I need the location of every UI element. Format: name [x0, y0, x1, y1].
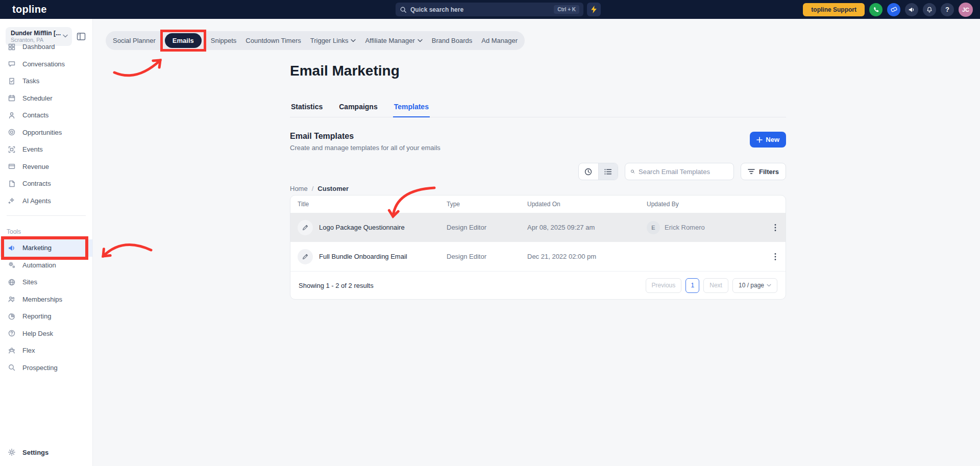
announcements-button[interactable]	[905, 3, 918, 16]
updated-by-name: Erick Romero	[665, 224, 705, 231]
nav-item-snippets[interactable]: Snippets	[211, 37, 237, 44]
pencil-icon	[298, 220, 313, 235]
templates-header-row: Email Templates Create and manage templa…	[290, 132, 786, 152]
quick-search[interactable]: Ctrl + K	[396, 3, 583, 16]
page-size-label: 10 / page	[739, 282, 764, 289]
breadcrumb-home[interactable]: Home	[290, 185, 308, 192]
nav-item-emails[interactable]: Emails	[165, 33, 202, 48]
sidebar-item-flex[interactable]: Flex	[0, 342, 92, 359]
tools-list: Marketing Automation Sites Memberships R…	[0, 239, 92, 376]
sidebar-item-tasks[interactable]: Tasks	[0, 72, 92, 90]
task-doc-icon	[8, 77, 16, 85]
sidebar-item-label: Contacts	[22, 111, 48, 119]
chevron-down-icon	[767, 284, 771, 287]
template-title[interactable]: Full Bundle Onboarding Email	[319, 253, 407, 260]
clock-icon	[584, 167, 593, 176]
question-circle-icon	[8, 329, 16, 337]
document-icon	[8, 180, 16, 188]
recent-view-button[interactable]	[579, 163, 598, 180]
template-title[interactable]: Logo Package Questionnaire	[319, 224, 405, 231]
frame-icon	[8, 145, 16, 154]
sidebar-item-revenue[interactable]: Revenue	[0, 158, 92, 176]
sidebar-item-contacts[interactable]: Contacts	[0, 107, 92, 124]
table-footer: Showing 1 - 2 of 2 results Previous 1 Ne…	[290, 271, 786, 299]
row-actions-kebab-icon[interactable]	[772, 251, 778, 263]
sidebar-divider	[7, 215, 86, 216]
person-icon	[8, 111, 16, 119]
avatar: E	[647, 221, 660, 234]
sidebar-item-label: Prospecting	[22, 364, 58, 372]
bolt-icon	[591, 6, 597, 13]
target-icon	[8, 128, 16, 136]
sidebar-item-ai-agents[interactable]: AI Agents	[0, 192, 92, 210]
support-button[interactable]: topline Support	[803, 3, 865, 16]
template-updated-by: E Erick Romero	[647, 221, 755, 234]
nav-item-emails-pill[interactable]: Emails	[165, 33, 202, 48]
megaphone-icon	[8, 244, 16, 252]
template-title-cell: Logo Package Questionnaire	[298, 220, 447, 235]
new-button-label: New	[766, 136, 779, 143]
help-button[interactable]: ?	[941, 3, 954, 16]
sidebar-item-scheduler[interactable]: Scheduler	[0, 90, 92, 107]
sidebar-item-dashboard[interactable]: Dashboard	[0, 38, 92, 56]
sidebar-item-conversations[interactable]: Conversations	[0, 56, 92, 73]
notifications-button[interactable]	[923, 3, 936, 16]
sidebar-item-label: Automation	[22, 261, 56, 269]
filters-button[interactable]: Filters	[741, 163, 786, 180]
ticket-button[interactable]	[887, 3, 900, 16]
tab-campaigns[interactable]: Campaigns	[338, 100, 378, 117]
sidebar-item-memberships[interactable]: Memberships	[0, 291, 92, 308]
plus-icon	[756, 137, 763, 143]
tab-statistics[interactable]: Statistics	[290, 100, 324, 117]
sidebar-item-label: Marketing	[22, 244, 52, 252]
sidebar-item-events[interactable]: Events	[0, 141, 92, 158]
sidebar-item-label: AI Agents	[22, 197, 51, 205]
pie-chart-icon	[8, 312, 16, 321]
sidebar-item-opportunities[interactable]: Opportunities	[0, 124, 92, 141]
ticket-icon	[890, 6, 898, 13]
next-page-button[interactable]: Next	[703, 278, 728, 293]
sidebar-item-marketing[interactable]: Marketing	[0, 239, 92, 257]
nav-item-social-planner[interactable]: Social Planner	[113, 37, 156, 44]
page-size-select[interactable]: 10 / page	[732, 278, 777, 293]
sidebar-item-label: Memberships	[22, 296, 62, 303]
sidebar-item-settings[interactable]: Settings	[0, 444, 93, 461]
template-search-input[interactable]	[639, 168, 728, 176]
sidebar-item-prospecting[interactable]: Prospecting	[0, 359, 92, 377]
topbar-right-group: topline Support ? JC	[803, 0, 973, 19]
results-summary: Showing 1 - 2 of 2 results	[299, 282, 374, 289]
pencil-icon	[298, 249, 313, 264]
view-toggle	[578, 163, 618, 180]
phone-button[interactable]	[869, 3, 883, 16]
list-view-button[interactable]	[598, 163, 618, 180]
search-icon	[630, 168, 635, 175]
quick-actions-bolt-button[interactable]	[587, 3, 601, 16]
row-actions-kebab-icon[interactable]	[772, 222, 778, 234]
sidebar-item-automation[interactable]: Automation	[0, 257, 92, 274]
template-search[interactable]	[625, 163, 734, 180]
filters-label: Filters	[759, 168, 779, 176]
new-template-button[interactable]: New	[750, 132, 786, 148]
breadcrumb-current: Customer	[317, 185, 349, 192]
card-icon	[8, 162, 16, 170]
table-row[interactable]: Full Bundle Onboarding Email Design Edit…	[290, 242, 786, 271]
quick-search-input[interactable]	[410, 6, 550, 13]
content-column: Email Marketing Statistics Campaigns Tem…	[290, 19, 786, 300]
page-number-button[interactable]: 1	[685, 278, 699, 293]
sparkles-icon	[8, 197, 16, 205]
sidebar-item-contracts[interactable]: Contracts	[0, 175, 92, 192]
table-row[interactable]: Logo Package Questionnaire Design Editor…	[290, 213, 786, 242]
sidebar-item-help-desk[interactable]: Help Desk	[0, 325, 92, 342]
sidebar-item-label: Dashboard	[22, 43, 55, 51]
settings-container: Settings	[0, 444, 93, 461]
chevron-down-icon	[63, 34, 68, 38]
table-header-row: Title Type Updated On Updated By	[290, 195, 786, 213]
tab-templates[interactable]: Templates	[393, 100, 430, 117]
bell-icon	[926, 6, 933, 13]
gears-icon	[8, 261, 16, 269]
user-avatar[interactable]: JC	[959, 3, 973, 17]
previous-page-button[interactable]: Previous	[646, 278, 682, 293]
account-name: Dunder Mifflin [...	[11, 30, 68, 37]
sidebar-item-reporting[interactable]: Reporting	[0, 308, 92, 325]
sidebar-item-sites[interactable]: Sites	[0, 274, 92, 291]
